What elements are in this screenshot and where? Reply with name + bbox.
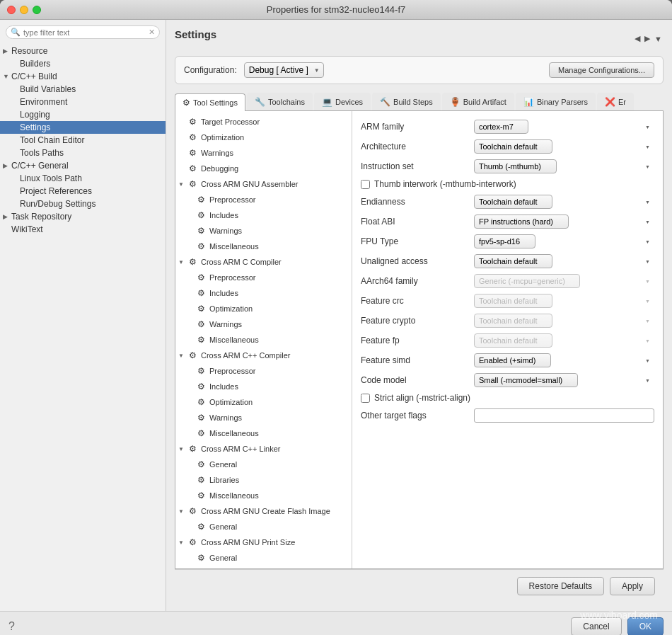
tab-build-steps[interactable]: 🔨 Build Steps [372,93,441,110]
sidebar-item-build-variables[interactable]: Build Variables [0,83,166,96]
tree-node-c-misc[interactable]: ⚙ Miscellaneous [175,332,352,348]
sidebar-item-task-repository[interactable]: ▶ Task Repository [0,210,166,223]
feature-crypto-select: Toolchain default [474,314,552,328]
float-abi-select[interactable]: FP instructions (hard) [474,214,569,229]
tree-node-cross-cpp[interactable]: ▼ ⚙ Cross ARM C++ Compiler [175,348,352,363]
endianness-select[interactable]: Toolchain default [474,195,552,209]
sidebar-item-environment[interactable]: Environment [0,96,166,108]
gear-icon: ⚙ [195,412,207,423]
sidebar-item-logging[interactable]: Logging [0,108,166,121]
tree-node-c-warnings[interactable]: ⚙ Warnings [175,316,352,332]
tree-node-warnings[interactable]: ⚙ Warnings [175,145,352,161]
tree-node-cpp-optimization[interactable]: ⚙ Optimization [175,394,352,410]
tree-node-cpp-includes[interactable]: ⚙ Includes [175,379,352,394]
tree-node-cpp-misc[interactable]: ⚙ Miscellaneous [175,425,352,441]
sidebar-item-cpp-build[interactable]: ▼ C/C++ Build [0,70,166,83]
apply-button[interactable]: Apply [610,577,655,595]
tree-node-optimization[interactable]: ⚙ Optimization [175,130,352,145]
search-input[interactable] [23,28,149,37]
help-icon[interactable]: ? [8,620,15,633]
instruction-set-select[interactable]: Thumb (-mthumb) [474,159,557,173]
arm-family-select[interactable]: cortex-m7 [474,120,528,134]
tree-node-asm-includes[interactable]: ⚙ Includes [175,207,352,223]
architecture-select[interactable]: Toolchain default [474,139,552,154]
sidebar-item-settings[interactable]: Settings [0,121,166,134]
config-select[interactable]: Debug [ Active ] [244,62,324,78]
strict-align-checkbox[interactable] [361,394,370,403]
bottom-buttons: Restore Defaults Apply [175,569,664,602]
tree-node-cpp-warnings[interactable]: ⚙ Warnings [175,410,352,425]
float-abi-row: Float ABI FP instructions (hard) [361,214,654,229]
nav-arrows: ◀ ▶ ▼ [633,33,664,45]
arrow-icon: ▶ [3,162,11,169]
tree-node-asm-preprocessor[interactable]: ⚙ Preprocessor [175,192,352,207]
tree-node-linker-general[interactable]: ⚙ General [175,457,352,472]
gear-icon: ⚙ [195,474,207,486]
gear-icon: ⚙ [195,241,207,252]
sidebar-item-run-debug-settings[interactable]: Run/Debug Settings [0,198,166,210]
sidebar-item-resource[interactable]: ▶ Resource [0,45,166,57]
tool-settings-tree: ⚙ Target Processor ⚙ Optimization ⚙ Warn… [175,111,352,568]
sidebar-item-tool-chain-editor[interactable]: Tool Chain Editor [0,134,166,147]
sidebar-item-tools-paths[interactable]: Tools Paths [0,147,166,159]
sidebar-item-cpp-general[interactable]: ▶ C/C++ General [0,159,166,172]
tree-node-c-preprocessor[interactable]: ⚙ Preprocessor [175,270,352,285]
tree-node-linker-misc[interactable]: ⚙ Miscellaneous [175,488,352,503]
sidebar-tree: ▶ Resource Builders ▼ C/C++ Build Build … [0,45,166,236]
unaligned-select[interactable]: Toolchain default [474,254,552,268]
sidebar-item-project-references[interactable]: Project References [0,185,166,198]
minimize-button[interactable] [20,6,28,14]
tree-node-c-optimization[interactable]: ⚙ Optimization [175,301,352,316]
tree-node-label: Optimization [201,133,244,142]
tab-toolchains[interactable]: 🔧 Toolchains [247,93,313,110]
config-label: Configuration: [184,65,237,75]
main-window: Properties for stm32-nucleo144-f7 🔍 ✕ ▶ … [0,0,672,635]
sidebar-item-builders[interactable]: Builders [0,57,166,70]
gear-icon: ⚙ [195,319,207,330]
tree-node-debugging[interactable]: ⚙ Debugging [175,161,352,176]
config-row: Configuration: Debug [ Active ] Manage C… [175,56,664,84]
nav-menu-button[interactable]: ▼ [653,33,664,45]
search-box[interactable]: 🔍 ✕ [6,25,160,39]
sidebar-item-wikitext[interactable]: WikiText [0,223,166,236]
tree-node-linker-libraries[interactable]: ⚙ Libraries [175,472,352,488]
unaligned-label: Unaligned access [361,256,474,266]
tab-error[interactable]: ❌ Er [597,93,634,110]
tree-node-target-processor[interactable]: ⚙ Target Processor [175,114,352,130]
thumb-interwork-checkbox[interactable] [361,180,370,189]
tree-node-cross-linker[interactable]: ▼ ⚙ Cross ARM C++ Linker [175,441,352,457]
tab-build-artifact[interactable]: 🏺 Build Artifact [442,93,514,110]
sidebar-item-linux-tools-path[interactable]: Linux Tools Path [0,172,166,185]
tab-binary-parsers[interactable]: 📊 Binary Parsers [516,93,596,110]
fpu-type-label: FPU Type [361,236,474,246]
search-clear-icon[interactable]: ✕ [149,28,155,37]
aarch64-label: AArch64 family [361,276,474,286]
tree-node-cross-asm[interactable]: ▼ ⚙ Cross ARM GNU Assembler [175,176,352,192]
tree-node-cpp-preprocessor[interactable]: ⚙ Preprocessor [175,363,352,379]
gear-icon: ⚙ [195,303,207,314]
other-flags-input[interactable] [474,408,654,423]
tree-node-asm-misc[interactable]: ⚙ Miscellaneous [175,239,352,254]
tree-node-cross-print[interactable]: ▼ ⚙ Cross ARM GNU Print Size [175,534,352,550]
tree-node-cross-c[interactable]: ▼ ⚙ Cross ARM C Compiler [175,254,352,270]
restore-defaults-button[interactable]: Restore Defaults [517,577,604,595]
tree-node-print-general[interactable]: ⚙ General [175,550,352,566]
maximize-button[interactable] [33,6,41,14]
tree-node-label: Target Processor [201,118,260,126]
tab-icon: 🔨 [380,97,390,107]
fpu-type-select[interactable]: fpv5-sp-d16 [474,234,535,248]
tab-tool-settings[interactable]: ⚙ Tool Settings [175,93,245,111]
nav-back-button[interactable]: ◀ [633,33,642,45]
tree-node-asm-warnings[interactable]: ⚙ Warnings [175,223,352,239]
nav-forward-button[interactable]: ▶ [643,33,651,45]
code-model-select[interactable]: Small (-mcmodel=small) [474,373,578,387]
close-button[interactable] [7,6,16,14]
tab-devices[interactable]: 💻 Devices [314,93,371,110]
sidebar-item-label: Logging [20,110,50,120]
manage-configurations-button[interactable]: Manage Configurations... [549,62,654,78]
feature-simd-select[interactable]: Enabled (+simd) [474,353,551,367]
settings-panel: ARM family cortex-m7 Architecture Toolc [352,111,663,568]
tree-node-flash-general[interactable]: ⚙ General [175,519,352,534]
tree-node-c-includes[interactable]: ⚙ Includes [175,285,352,301]
tree-node-cross-flash[interactable]: ▼ ⚙ Cross ARM GNU Create Flash Image [175,503,352,519]
